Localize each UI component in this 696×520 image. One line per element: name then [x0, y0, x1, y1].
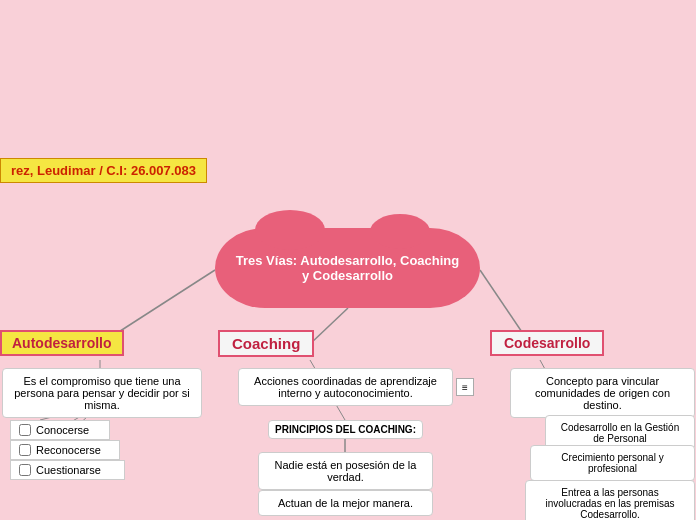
checkbox-reconocerse[interactable]: Reconocerse — [10, 440, 120, 460]
coaching-expand-icon[interactable]: ≡ — [456, 378, 474, 396]
codesarrollo-item-3: Entrea a las personas involucradas en la… — [525, 480, 695, 520]
coaching-item-1: Nadie está en posesión de la verdad. — [258, 452, 433, 490]
codesarrollo-item-2: Crecimiento personal y profesional — [530, 445, 695, 481]
checkbox-cuestionarse[interactable]: Cuestionarse — [10, 460, 125, 480]
checkbox-conocerse[interactable]: Conocerse — [10, 420, 110, 440]
header-label: rez, Leudimar / C.I: 26.007.083 — [0, 158, 207, 183]
coaching-principios: PRINCIPIOS DEL COACHING: — [268, 420, 423, 439]
codesarrollo-title: Codesarrollo — [490, 330, 604, 356]
autodesarrollo-title: Autodesarrollo — [0, 330, 124, 356]
coaching-title: Coaching — [218, 330, 314, 357]
coaching-main-box: Acciones coordinadas de aprendizaje inte… — [238, 368, 453, 406]
checkbox-cuestionarse-label: Cuestionarse — [36, 464, 101, 476]
checkbox-reconocerse-input[interactable] — [19, 444, 31, 456]
codesarrollo-main-box: Concepto para vincular comunidades de or… — [510, 368, 695, 418]
coaching-item-2: Actuan de la mejor manera. — [258, 490, 433, 516]
checkbox-cuestionarse-input[interactable] — [19, 464, 31, 476]
checkbox-reconocerse-label: Reconocerse — [36, 444, 101, 456]
central-node: Tres Vías: Autodesarrollo, Coaching y Co… — [215, 228, 480, 308]
checkbox-conocerse-label: Conocerse — [36, 424, 89, 436]
svg-line-1 — [310, 308, 348, 344]
checkbox-conocerse-input[interactable] — [19, 424, 31, 436]
autodesarrollo-description: Es el compromiso que tiene una persona p… — [2, 368, 202, 418]
central-title: Tres Vías: Autodesarrollo, Coaching y Co… — [231, 253, 464, 283]
